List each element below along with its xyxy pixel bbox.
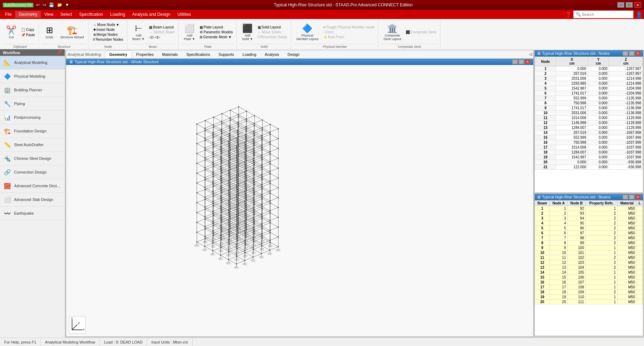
table-row[interactable]: 77982M50 (535, 235, 643, 240)
beams-max-button[interactable]: □ (629, 195, 635, 200)
table-row[interactable]: 16750.9980.000-1037.998 (535, 140, 643, 145)
table-row[interactable]: 8750.9980.000-1135.998 (535, 101, 643, 106)
auto-form-button[interactable]: ⚡ Auto Form (322, 35, 376, 39)
table-row[interactable]: 33942M50 (535, 216, 643, 221)
table-row[interactable]: 991001M50 (535, 245, 643, 250)
table-row[interactable]: 131284.0070.000-1129.998 (535, 125, 643, 130)
renumber-nodes-button[interactable]: # Renumber Nodes (92, 37, 125, 42)
table-row[interactable]: 111014.0080.000-1129.998 (535, 116, 643, 120)
tab-specifications[interactable]: Specifications (182, 50, 214, 58)
workflow-item-piping[interactable]: 🔧 Piping (0, 97, 65, 111)
menu-file[interactable]: File (1, 11, 15, 18)
workflow-item-analytical[interactable]: 📐 Analytical Modeling (0, 56, 65, 70)
insert-node-button[interactable]: ✚ Insert Node (92, 27, 125, 32)
tab-design[interactable]: Design (283, 50, 304, 58)
workflow-item-chinese[interactable]: 🔩 Chinese Steel Design (0, 152, 65, 165)
quick-access-save[interactable]: 💾 (49, 2, 54, 7)
beams-close-button[interactable]: ✕ (635, 195, 641, 200)
menu-view[interactable]: View (41, 11, 57, 18)
table-row[interactable]: 191542.9870.000-1037.998 (535, 155, 643, 160)
quick-access-redo[interactable]: ↪ (43, 2, 46, 7)
menu-specification[interactable]: Specification (76, 11, 107, 18)
workflow-item-physical[interactable]: 🔷 Physical Modeling (0, 70, 65, 83)
am-collapse-icon[interactable]: ◁ (529, 52, 532, 57)
table-row[interactable]: 20201111M50 (535, 299, 643, 304)
beam-layout-button[interactable]: ▦ Beam Layout (148, 25, 176, 30)
solid-layout-button[interactable]: ▦ Solid Layout (256, 25, 289, 30)
view-close-button[interactable]: ✕ (525, 59, 530, 64)
table-row[interactable]: 44952M50 (535, 221, 643, 226)
table-row[interactable]: 66972M50 (535, 230, 643, 235)
minimize-button[interactable]: ─ (617, 2, 624, 8)
stretch-beam-button[interactable]: ↔ Stretch Beam (148, 30, 176, 34)
table-row[interactable]: 10101011M50 (535, 250, 643, 255)
workflow-item-earthquake[interactable]: 〰️ Earthquake (0, 207, 65, 220)
tab-supports[interactable]: Supports (214, 50, 238, 58)
table-row[interactable]: 18181092M50 (535, 289, 643, 294)
workflow-item-slab[interactable]: ⬜ Advanced Slab Design (0, 193, 65, 207)
tab-properties[interactable]: Properties (132, 50, 158, 58)
table-row[interactable]: 21122.0000.000-930.998 (535, 165, 643, 170)
cut-button[interactable]: ✂️ Cut (4, 24, 19, 40)
table-row[interactable]: 102031.0060.000-1136.998 (535, 111, 643, 116)
table-row[interactable]: 22932M50 (535, 211, 643, 216)
add-solid-button[interactable]: ⬛ AddSolid ▼ (239, 22, 255, 42)
beams-min-button[interactable]: ─ (623, 195, 628, 200)
maximize-button[interactable]: □ (626, 2, 633, 8)
nodes-table-scroll[interactable]: Node Xcm Ycm Zcm 10.0000.000-1267.997226… (535, 57, 643, 192)
move-solids-button[interactable]: ↔ Move Solids (256, 30, 289, 34)
generate-mesh-button[interactable]: ⊞ Generate Mesh ▼ (198, 35, 234, 39)
structure-wizard-button[interactable]: 🏗️ Structure Wizard (58, 24, 86, 40)
renumber-solids-button[interactable]: # Renumber Solids (256, 35, 289, 39)
tab-loading[interactable]: Loading (238, 50, 260, 58)
menu-loading[interactable]: Loading (107, 11, 129, 18)
table-row[interactable]: 11111022M50 (535, 255, 643, 260)
quick-access-undo[interactable]: ↩ (36, 2, 40, 7)
table-row[interactable]: 88992M50 (535, 240, 643, 245)
table-row[interactable]: 15151061M50 (535, 275, 643, 280)
table-row[interactable]: 2267.0190.000-1267.997 (535, 71, 643, 76)
merge-nodes-button[interactable]: ⊕ Merge Nodes (92, 32, 125, 37)
table-row[interactable]: 15552.9990.000-1067.998 (535, 135, 643, 140)
menu-geometry[interactable]: Geometry (15, 11, 41, 18)
structure-canvas[interactable]: X Y Z (66, 65, 533, 337)
nodes-min-button[interactable]: ─ (623, 51, 628, 56)
workflow-item-steel[interactable]: 📏 Steel AutoDrafter (0, 138, 65, 152)
menu-analysis[interactable]: Analysis and Design (129, 11, 174, 18)
help-icon[interactable]: ❓ (565, 12, 571, 17)
search-input[interactable] (582, 12, 631, 17)
workflow-item-concrete[interactable]: 🧱 Advanced Concrete Desi... (0, 179, 65, 193)
menu-utilities[interactable]: Utilities (174, 11, 195, 18)
workflow-item-connection[interactable]: 🔗 Connection Design (0, 165, 65, 179)
workflow-item-postprocessing[interactable]: 📊 Postprocessing (0, 111, 65, 124)
table-row[interactable]: 14141051M50 (535, 270, 643, 275)
parametric-models-button[interactable]: ⚙ Parametric Models (198, 30, 234, 34)
tab-geometry[interactable]: Geometry (105, 50, 132, 58)
move-node-button[interactable]: ↔ Move Node ▼ (92, 22, 125, 27)
close-button[interactable]: ✕ (634, 2, 641, 8)
table-row[interactable]: 16161071M50 (535, 280, 643, 285)
composite-deck-button[interactable]: ⬛ Composite Deck (404, 30, 438, 34)
workflow-item-building[interactable]: 🏢 Building Planner (0, 83, 65, 97)
table-row[interactable]: 14267.0190.000-1067.998 (535, 130, 643, 135)
beams-table-scroll[interactable]: Beam Node A Node B Property Refn. Materi… (535, 200, 643, 336)
table-row[interactable]: 13131042M50 (535, 265, 643, 270)
table-row[interactable]: 200.0000.000-930.998 (535, 160, 643, 165)
table-row[interactable]: 171014.0080.000-1037.998 (535, 145, 643, 150)
table-row[interactable]: 55962M50 (535, 226, 643, 230)
table-row[interactable]: 11921M50 (535, 206, 643, 211)
tab-materials[interactable]: Materials (158, 50, 182, 58)
table-row[interactable]: 32031.0060.000-1214.998 (535, 76, 643, 81)
quick-access-arrow[interactable]: ▼ (65, 2, 69, 7)
nodes-close-button[interactable]: ✕ (635, 51, 641, 56)
copy-button[interactable]: 📋 Copy (20, 27, 37, 32)
add-plate-button[interactable]: ⬜ AddPlate ▼ (181, 22, 198, 42)
physical-member-layout-button[interactable]: 🔷 PhysicalMember Layout (294, 22, 321, 42)
paste-button[interactable]: 📌 Paste (20, 33, 37, 37)
autorecover-badge[interactable]: AutoRecovery On (3, 3, 33, 7)
user-icon[interactable]: 👤 (636, 11, 643, 18)
table-row[interactable]: 12121032M50 (535, 260, 643, 265)
table-row[interactable]: 61741.0170.000-1204.998 (535, 91, 643, 96)
form-button[interactable]: □ Form (322, 30, 376, 34)
search-box[interactable]: 🔍 (573, 11, 633, 18)
